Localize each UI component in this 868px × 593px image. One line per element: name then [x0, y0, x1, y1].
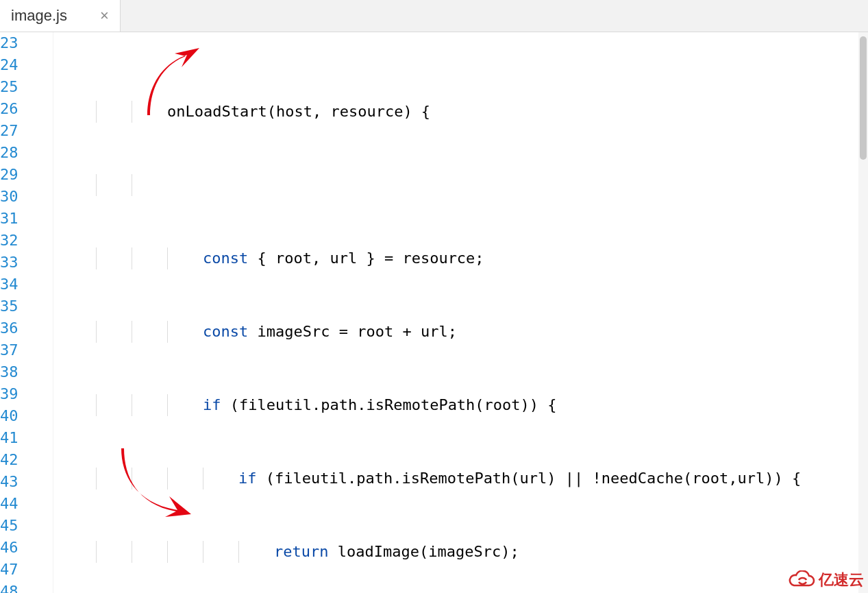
line-number: 40 [0, 405, 45, 427]
vertical-scrollbar[interactable] [858, 32, 868, 593]
code-line[interactable]: return loadImage(imageSrc); [53, 541, 863, 563]
cloud-icon [787, 570, 816, 590]
line-number: 45 [0, 515, 45, 537]
code-line[interactable]: if (fileutil.path.isRemotePath(root)) { [53, 394, 863, 416]
annotation-arrow-icon [79, 29, 202, 143]
line-number-gutter: 2324252627282930313233343536373839404142… [0, 32, 53, 593]
watermark-text: 亿速云 [819, 570, 864, 590]
line-number: 38 [0, 361, 45, 383]
line-number: 28 [0, 142, 45, 164]
line-number: 27 [0, 120, 45, 142]
line-number: 42 [0, 449, 45, 471]
line-number: 30 [0, 186, 45, 208]
line-number: 48 [0, 581, 45, 593]
line-number: 41 [0, 427, 45, 449]
line-number: 36 [0, 317, 45, 339]
code-editor[interactable]: 2324252627282930313233343536373839404142… [0, 32, 868, 593]
tab-label: image.js [11, 7, 67, 25]
line-number: 35 [0, 295, 45, 317]
line-number: 39 [0, 383, 45, 405]
line-number: 25 [0, 76, 45, 98]
line-number: 29 [0, 164, 45, 186]
code-line[interactable]: onLoadStart(host, resource) { [53, 101, 863, 123]
line-number: 34 [0, 274, 45, 295]
tab-image-js[interactable]: image.js × [0, 0, 121, 32]
line-number: 43 [0, 471, 45, 493]
code-line[interactable] [53, 174, 863, 196]
line-number: 32 [0, 230, 45, 252]
line-number: 23 [0, 32, 45, 54]
code-line[interactable]: if (fileutil.path.isRemotePath(url) || !… [53, 468, 863, 489]
line-number: 31 [0, 208, 45, 230]
line-number: 46 [0, 537, 45, 559]
code-line[interactable]: const { root, url } = resource; [53, 247, 863, 269]
line-number: 44 [0, 493, 45, 515]
code-area[interactable]: onLoadStart(host, resource) { const { ro… [53, 32, 863, 593]
line-number: 37 [0, 339, 45, 361]
line-number: 26 [0, 98, 45, 120]
line-number: 24 [0, 54, 45, 76]
code-line[interactable]: const imageSrc = root + url; [53, 321, 863, 343]
line-number: 33 [0, 252, 45, 274]
watermark: 亿速云 [787, 570, 864, 590]
line-number: 47 [0, 559, 45, 581]
scrollbar-thumb[interactable] [860, 36, 867, 160]
close-icon[interactable]: × [100, 8, 109, 23]
tab-bar: image.js × [0, 0, 868, 32]
